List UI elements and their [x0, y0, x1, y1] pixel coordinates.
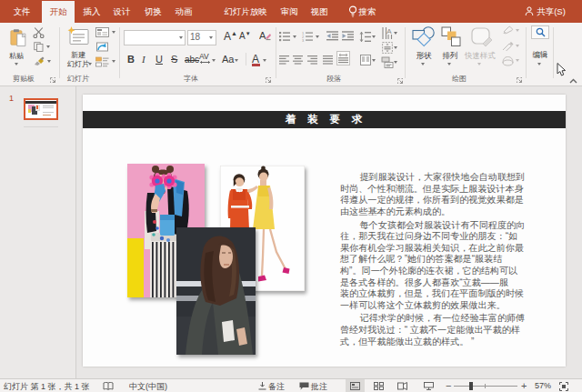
svg-text:A: A [259, 30, 266, 41]
svg-text:AV: AV [199, 53, 209, 61]
svg-text:A: A [386, 27, 392, 35]
svg-text:3: 3 [302, 38, 305, 42]
